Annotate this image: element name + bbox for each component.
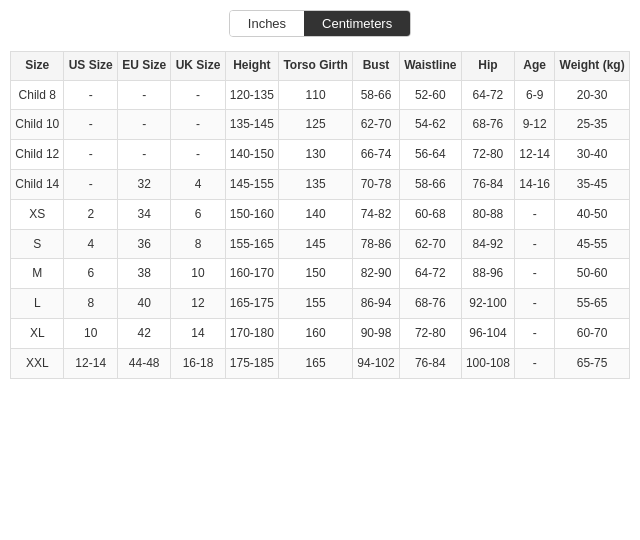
table-cell: 14-16 — [515, 169, 555, 199]
col-header-us-size: US Size — [64, 52, 117, 81]
table-cell: 62-70 — [353, 110, 400, 140]
table-cell: 4 — [64, 229, 117, 259]
table-cell: 35-45 — [555, 169, 630, 199]
centimeters-button[interactable]: Centimeters — [304, 11, 410, 36]
table-cell: 12-14 — [64, 348, 117, 378]
table-cell: 150-160 — [225, 199, 279, 229]
table-cell: Child 14 — [11, 169, 64, 199]
table-cell: - — [171, 140, 225, 170]
table-cell: 55-65 — [555, 289, 630, 319]
table-cell: 72-80 — [461, 140, 515, 170]
table-cell: 12 — [171, 289, 225, 319]
table-cell: 4 — [171, 169, 225, 199]
table-cell: 64-72 — [461, 80, 515, 110]
table-row: XXL12-1444-4816-18175-18516594-10276-841… — [11, 348, 630, 378]
table-cell: 52-60 — [399, 80, 461, 110]
table-cell: - — [515, 289, 555, 319]
table-cell: - — [515, 199, 555, 229]
table-cell: 30-40 — [555, 140, 630, 170]
table-cell: - — [64, 140, 117, 170]
table-row: L84012165-17515586-9468-7692-100-55-65 — [11, 289, 630, 319]
size-chart-table: SizeUS SizeEU SizeUK SizeHeightTorso Gir… — [10, 51, 630, 379]
table-cell: 40 — [117, 289, 170, 319]
table-cell: 76-84 — [399, 348, 461, 378]
table-row: XS2346150-16014074-8260-6880-88-40-50 — [11, 199, 630, 229]
table-cell: - — [117, 80, 170, 110]
col-header-height: Height — [225, 52, 279, 81]
table-cell: Child 10 — [11, 110, 64, 140]
table-cell: 165-175 — [225, 289, 279, 319]
table-cell: 74-82 — [353, 199, 400, 229]
table-cell: 54-62 — [399, 110, 461, 140]
table-cell: 10 — [64, 318, 117, 348]
table-cell: 68-76 — [461, 110, 515, 140]
col-header-bust: Bust — [353, 52, 400, 81]
table-cell: 36 — [117, 229, 170, 259]
table-cell: M — [11, 259, 64, 289]
table-cell: 125 — [279, 110, 353, 140]
table-cell: XL — [11, 318, 64, 348]
table-cell: 110 — [279, 80, 353, 110]
table-cell: 65-75 — [555, 348, 630, 378]
col-header-uk-size: UK Size — [171, 52, 225, 81]
table-cell: 96-104 — [461, 318, 515, 348]
table-cell: 64-72 — [399, 259, 461, 289]
table-cell: 32 — [117, 169, 170, 199]
table-cell: Child 8 — [11, 80, 64, 110]
table-cell: 44-48 — [117, 348, 170, 378]
table-cell: 6 — [64, 259, 117, 289]
unit-toggle[interactable]: Inches Centimeters — [229, 10, 411, 37]
table-cell: 135-145 — [225, 110, 279, 140]
table-cell: 34 — [117, 199, 170, 229]
table-cell: 16-18 — [171, 348, 225, 378]
table-cell: 60-68 — [399, 199, 461, 229]
table-cell: 14 — [171, 318, 225, 348]
table-cell: 68-76 — [399, 289, 461, 319]
table-cell: 84-92 — [461, 229, 515, 259]
table-cell: 86-94 — [353, 289, 400, 319]
table-cell: 160-170 — [225, 259, 279, 289]
col-header-size: Size — [11, 52, 64, 81]
table-cell: 45-55 — [555, 229, 630, 259]
table-cell: Child 12 — [11, 140, 64, 170]
table-row: S4368155-16514578-8662-7084-92-45-55 — [11, 229, 630, 259]
table-cell: 175-185 — [225, 348, 279, 378]
table-row: XL104214170-18016090-9872-8096-104-60-70 — [11, 318, 630, 348]
table-cell: - — [64, 110, 117, 140]
table-cell: 150 — [279, 259, 353, 289]
table-cell: - — [64, 80, 117, 110]
table-cell: 38 — [117, 259, 170, 289]
table-cell: - — [515, 348, 555, 378]
table-header-row: SizeUS SizeEU SizeUK SizeHeightTorso Gir… — [11, 52, 630, 81]
table-cell: 62-70 — [399, 229, 461, 259]
table-cell: S — [11, 229, 64, 259]
table-cell: 165 — [279, 348, 353, 378]
table-cell: 82-90 — [353, 259, 400, 289]
col-header-waistline: Waistline — [399, 52, 461, 81]
table-cell: 2 — [64, 199, 117, 229]
table-cell: 155-165 — [225, 229, 279, 259]
table-row: Child 12---140-15013066-7456-6472-8012-1… — [11, 140, 630, 170]
table-cell: 92-100 — [461, 289, 515, 319]
table-cell: 140 — [279, 199, 353, 229]
table-row: Child 14-324145-15513570-7858-6676-8414-… — [11, 169, 630, 199]
table-cell: 100-108 — [461, 348, 515, 378]
col-header-hip: Hip — [461, 52, 515, 81]
table-cell: - — [117, 140, 170, 170]
table-cell: 66-74 — [353, 140, 400, 170]
table-cell: - — [515, 318, 555, 348]
table-cell: 88-96 — [461, 259, 515, 289]
table-cell: - — [171, 80, 225, 110]
inches-button[interactable]: Inches — [230, 11, 304, 36]
table-cell: 170-180 — [225, 318, 279, 348]
table-row: Child 10---135-14512562-7054-6268-769-12… — [11, 110, 630, 140]
table-cell: 50-60 — [555, 259, 630, 289]
table-cell: L — [11, 289, 64, 319]
table-cell: 42 — [117, 318, 170, 348]
table-cell: - — [117, 110, 170, 140]
table-cell: 72-80 — [399, 318, 461, 348]
table-cell: 58-66 — [399, 169, 461, 199]
table-cell: XXL — [11, 348, 64, 378]
table-cell: 8 — [64, 289, 117, 319]
table-cell: 60-70 — [555, 318, 630, 348]
